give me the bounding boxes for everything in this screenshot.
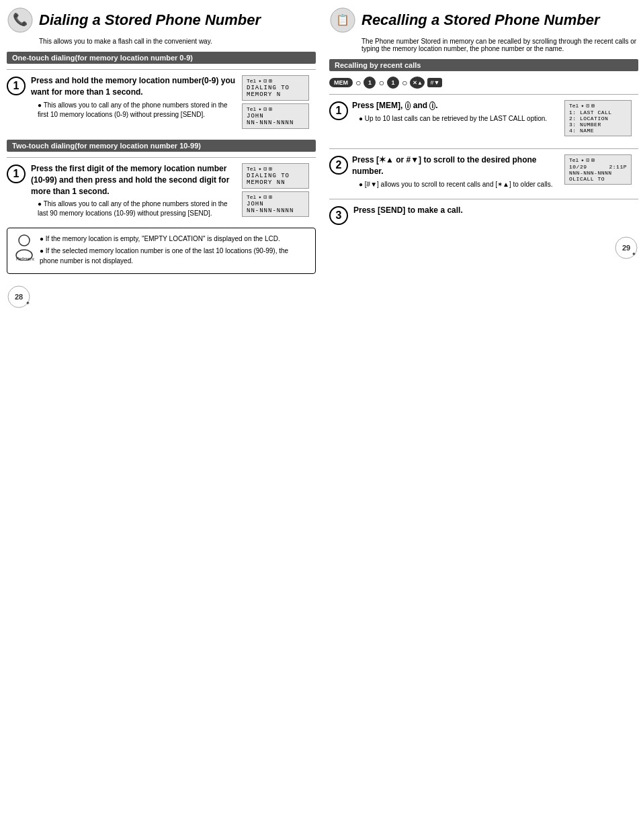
lcd-right1-row: Tel ✦ ⊡ ⊞ bbox=[569, 103, 627, 109]
lcd2-num: NN-NNN-NNNN bbox=[247, 120, 304, 126]
step1-note: This allows you to call any of the phone… bbox=[31, 101, 237, 120]
battery-icon2: ⊡ bbox=[263, 106, 267, 112]
lcd4-num: NN-NNN-NNNN bbox=[247, 207, 304, 214]
right-step2-inner: 2 Press [✶▲ or #▼] to scroll to the desi… bbox=[329, 154, 560, 189]
section1-step1-block: 1 Press and hold the memory location num… bbox=[7, 75, 316, 132]
svg-point-2 bbox=[19, 235, 30, 246]
right-step1-note: Up to 10 last calls can be retrieved by … bbox=[352, 114, 560, 124]
divider1 bbox=[7, 69, 316, 70]
page-layout: 📞 Dialing a Stored Phone Number This all… bbox=[7, 7, 634, 309]
lcd-right1-list: 1: LAST CALL 2: LOCATION 3: NUMBER 4: NA… bbox=[569, 109, 627, 134]
left-page-num-area: 28 ✦ bbox=[7, 285, 316, 309]
lcd1-display: Tel ✦ ⊡ ⊞ DIALING TO MEMORY N bbox=[242, 75, 309, 101]
lcd3-display: Tel ✦ ⊡ ⊞ DIALING TO MEMORY NN bbox=[242, 163, 309, 189]
btn-xa: ✕▲ bbox=[410, 77, 425, 89]
lcd-time: 2:11P bbox=[609, 164, 627, 170]
lcd3-row1: Tel ✦ ⊡ ⊞ bbox=[247, 166, 304, 172]
step2-1-lcd-area: Tel ✦ ⊡ ⊞ DIALING TO MEMORY NN Tel ✦ ⊡ ⊞ bbox=[242, 163, 316, 220]
page-num-right-icon: 29 ✦ bbox=[614, 236, 638, 260]
left-column: 📞 Dialing a Stored Phone Number This all… bbox=[7, 7, 316, 309]
btn-hash: #▼ bbox=[427, 78, 442, 87]
right-main-title: Recalling a Stored Phone Number bbox=[361, 11, 600, 29]
phone-recall-icon: 📋 bbox=[329, 7, 356, 34]
page-num-left-icon: 28 ✦ bbox=[7, 285, 31, 309]
right-step2-content: Press [✶▲ or #▼] to scroll to the desire… bbox=[352, 154, 560, 189]
svg-text:Reference: Reference bbox=[16, 256, 34, 261]
btn-1b: 1 bbox=[387, 77, 399, 89]
lcd2-name: JOHN bbox=[247, 113, 304, 120]
right-step1-inner: 1 Press [MEM], i and i. Up to 10 last ca… bbox=[329, 100, 560, 124]
left-subtitle: This allows you to make a flash call in … bbox=[39, 38, 316, 45]
right-step2-note: [#▼] allows you to scroll to recent call… bbox=[352, 180, 560, 189]
lcd3-line2: MEMORY NN bbox=[247, 179, 304, 186]
tel-icon2: Tel bbox=[247, 106, 256, 112]
page-num-right-text: 29 bbox=[622, 244, 630, 252]
svg-text:📋: 📋 bbox=[336, 13, 349, 26]
divider2 bbox=[7, 157, 316, 158]
right-step1-lcd: Tel ✦ ⊡ ⊞ 1: LAST CALL 2: LOCATION 3: NU… bbox=[564, 100, 638, 139]
right-step3-content: Press [SEND] to make a call. bbox=[353, 205, 638, 219]
lcd-num-line: NNN-NNN-NNNN bbox=[569, 170, 627, 176]
circle-o1: ○ bbox=[355, 77, 361, 88]
page-num-left-text: 28 bbox=[15, 293, 23, 301]
menu-icon2: ⊞ bbox=[269, 106, 272, 112]
lcd2-row1: Tel ✦ ⊡ ⊞ bbox=[247, 106, 304, 112]
right-title-section: 📋 Recalling a Stored Phone Number bbox=[329, 7, 638, 34]
lcd1-line1: DIALING TO bbox=[247, 85, 304, 91]
lcd-right2-dateline: 10/29 2:11P bbox=[569, 164, 627, 170]
ref-item1: If the memory location is empty, "EMPTY … bbox=[40, 234, 308, 244]
right-divider2 bbox=[329, 148, 638, 149]
right-step1-block: 1 Press [MEM], i and i. Up to 10 last ca… bbox=[329, 100, 638, 139]
svg-text:✦: ✦ bbox=[632, 251, 636, 257]
right-step2-block: 2 Press [✶▲ or #▼] to scroll to the desi… bbox=[329, 154, 638, 189]
right-step1-num: 1 bbox=[329, 101, 348, 120]
svg-text:📞: 📞 bbox=[13, 12, 28, 27]
lcd3-line1: DIALING TO bbox=[247, 173, 304, 179]
lcd4-display: Tel ✦ ⊡ ⊞ JOHN NN-NNN-NNNN bbox=[242, 191, 309, 217]
lcd-right2-row: Tel ✦ ⊡ ⊞ bbox=[569, 157, 627, 163]
ref-item2: If the selected memory location number i… bbox=[40, 246, 308, 266]
lcd4-name: JOHN bbox=[247, 201, 304, 207]
step2-1-note: This allows you to call any of the phone… bbox=[31, 199, 237, 218]
reference-content: If the memory location is empty, "EMPTY … bbox=[40, 234, 308, 268]
step1-number: 1 bbox=[7, 77, 26, 95]
btn-1a: 1 bbox=[364, 77, 376, 89]
left-title-section: 📞 Dialing a Stored Phone Number bbox=[7, 7, 316, 34]
section1-bar: One-touch dialing(for memory location nu… bbox=[7, 52, 316, 64]
right-step2-num: 2 bbox=[329, 156, 348, 175]
right-subtitle: The Phone number Stored in memory can be… bbox=[361, 38, 638, 52]
step2-1-content: Press the first digit of the memory loca… bbox=[31, 163, 237, 218]
lcd-date: 10/29 bbox=[569, 164, 587, 170]
mem-btn: MEM bbox=[329, 78, 353, 87]
ref-person-icon: Reference bbox=[14, 234, 34, 261]
lcd4-row1: Tel ✦ ⊡ ⊞ bbox=[247, 194, 304, 200]
step2-1-number: 1 bbox=[7, 165, 26, 183]
reference-box: Reference If the memory location is empt… bbox=[7, 228, 316, 274]
right-column: 📋 Recalling a Stored Phone Number The Ph… bbox=[329, 7, 638, 309]
lcd1-row1: Tel ✦ ⊡ ⊞ bbox=[247, 78, 304, 84]
right-step2-main: Press [✶▲ or #▼] to scroll to the desire… bbox=[352, 154, 560, 177]
right-divider1 bbox=[329, 94, 638, 95]
signal-icon2: ✦ bbox=[258, 106, 261, 112]
step1-main-text: Press and hold the memory location numbe… bbox=[31, 75, 237, 98]
section2-bar: Two-touch dialing(for memory location nu… bbox=[7, 140, 316, 152]
tel-icon: Tel bbox=[247, 78, 256, 84]
right-step1-content: Press [MEM], i and i. Up to 10 last call… bbox=[352, 100, 560, 124]
step2-1-main: Press the first digit of the memory loca… bbox=[31, 163, 237, 197]
right-step3-block: 3 Press [SEND] to make a call. bbox=[329, 205, 638, 225]
right-step3-main: Press [SEND] to make a call. bbox=[353, 205, 638, 216]
mem-button-row: MEM ○ 1 ○ 1 ○ ✕▲ #▼ bbox=[329, 77, 638, 89]
circle-o2: ○ bbox=[378, 77, 384, 88]
right-step2-lcd: Tel ✦ ⊡ ⊞ 10/29 2:11P NNN-NNN-NNNN OLICA… bbox=[564, 154, 638, 187]
lcd-right1: Tel ✦ ⊡ ⊞ 1: LAST CALL 2: LOCATION 3: NU… bbox=[564, 100, 632, 136]
left-main-title: Dialing a Stored Phone Number bbox=[39, 11, 261, 29]
menu-icon: ⊞ bbox=[269, 78, 272, 84]
lcd2-display: Tel ✦ ⊡ ⊞ JOHN NN-NNN-NNNN bbox=[242, 103, 309, 129]
lcd-right2: Tel ✦ ⊡ ⊞ 10/29 2:11P NNN-NNN-NNNN OLICA… bbox=[564, 154, 632, 185]
right-page-num-area: 29 ✦ bbox=[329, 236, 638, 260]
phone-dialing-icon: 📞 bbox=[7, 7, 34, 34]
right-section1-bar: Recalling by recent calls bbox=[329, 59, 638, 71]
section2-step1-block: 1 Press the first digit of the memory lo… bbox=[7, 163, 316, 220]
svg-text:✦: ✦ bbox=[26, 300, 30, 306]
lcd1-line2: MEMORY N bbox=[247, 91, 304, 98]
